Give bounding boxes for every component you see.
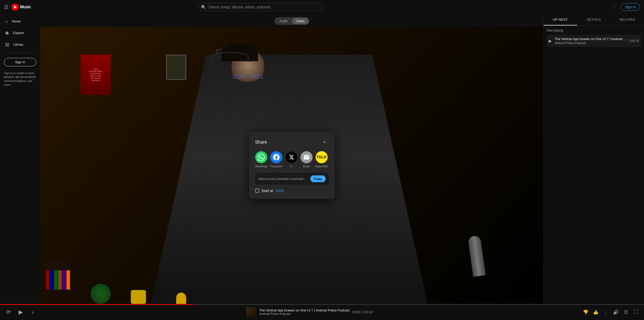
youtube-logo-icon (12, 4, 19, 11)
home-icon: ⌂ (5, 19, 8, 24)
search-input[interactable] (198, 3, 324, 11)
share-modal: Share × WhatsApp (249, 132, 335, 199)
bottom-right-controls: 👎 👍 ⋮ 🔊 ☰ ⛶ (582, 308, 640, 316)
library-icon: ▤ (5, 42, 9, 47)
sidebar-item-explore[interactable]: ◉ Explore (0, 27, 40, 38)
right-panel-content: Now playing ▶ The Vertical App Drawer on… (544, 26, 644, 304)
bottom-track-info: The Vertical App Drawer on One UI 7 | An… (41, 307, 578, 317)
track-play-button[interactable]: ▶ (549, 39, 552, 43)
kakao-label: KakaoTalk (315, 165, 328, 168)
bottom-time-display: 19:02 / 1:03:10 (353, 310, 373, 314)
share-modal-overlay: Share × WhatsApp (40, 27, 543, 304)
thumbs-up-button[interactable]: 👍 (592, 308, 600, 316)
search-bar: 🔍 (198, 3, 324, 11)
share-url-text: https://music.youtube.com/watch?v=e2MyjF… (258, 177, 308, 181)
email-label: Email (303, 165, 310, 168)
bottom-thumbnail (246, 307, 256, 317)
share-email[interactable]: Email (300, 151, 313, 168)
track-info: The Vertical App Drawer on One UI 7 | An… (555, 37, 626, 45)
progress-bar[interactable] (0, 304, 644, 305)
audio-toggle-btn[interactable]: Audio (275, 18, 291, 24)
more-options-button[interactable]: ⋮ (602, 308, 610, 316)
bottom-track-text: The Vertical App Drawer on One UI 7 | An… (259, 308, 349, 316)
nav-right: ⋮ Sign in (612, 3, 640, 11)
kakao-icon: TALK (316, 151, 328, 163)
x-label: X (290, 165, 292, 168)
share-x[interactable]: X (285, 151, 297, 168)
right-tabs: UP NEXT DETAILS RELATED (544, 14, 644, 26)
nav-left: ☰ Music (4, 4, 54, 11)
sidebar-sign-in-text: Sign in to create & share playlists, get… (0, 69, 40, 89)
lyrics-button[interactable]: ♪ (28, 308, 37, 317)
tab-related[interactable]: RELATED (611, 14, 644, 25)
sidebar-item-library[interactable]: ▤ Library (0, 39, 40, 50)
total-time: 1:03:10 (363, 310, 373, 314)
whatsapp-icon (255, 151, 267, 163)
start-at-checkbox[interactable] (255, 189, 259, 193)
queue-button[interactable]: ☰ (622, 308, 630, 316)
sidebar-item-label: Explore (13, 31, 24, 35)
current-time: 19:02 (353, 310, 360, 314)
share-modal-header: Share × (255, 138, 329, 146)
sidebar-sign-in-button[interactable]: Sign in (4, 58, 36, 66)
bottom-track-artist: Android Police Podcast (259, 312, 349, 316)
start-at-label: Start at (262, 189, 273, 193)
sidebar-item-label: Home (12, 19, 21, 23)
track-title: The Vertical App Drawer on One UI 7 | An… (555, 37, 626, 41)
facebook-icon (270, 151, 282, 163)
share-facebook[interactable]: Facebook (270, 151, 282, 168)
bottom-bar: ⟳ ▶ ♪ The Vertical App Drawer on One UI … (0, 304, 644, 320)
fullscreen-button[interactable]: ⛶ (632, 308, 640, 316)
center-content: Audio Video T.I.B.B.SEX BOB-OMB!!KATAYAN… (40, 14, 543, 304)
now-playing-label: Now playing (547, 29, 641, 32)
bottom-controls: ⟳ ▶ ♪ (4, 308, 37, 317)
whatsapp-label: WhatsApp (255, 165, 268, 168)
track-item: ▶ The Vertical App Drawer on One UI 7 | … (547, 35, 641, 47)
sign-in-button[interactable]: Sign in (621, 3, 640, 11)
email-icon (300, 151, 313, 163)
share-modal-title: Share (255, 140, 267, 145)
sidebar: ⌂ Home ◉ Explore ▤ Library Sign in Sign … (0, 14, 40, 304)
logo-area[interactable]: Music (12, 4, 31, 11)
sidebar-item-label: Library (13, 43, 23, 46)
track-artist: Android Police Podcast (555, 41, 626, 45)
explore-icon: ◉ (5, 30, 9, 36)
share-start-row: Start at 19:02 (255, 189, 329, 193)
main-layout: ⌂ Home ◉ Explore ▤ Library Sign in Sign … (0, 14, 644, 304)
share-close-button[interactable]: × (321, 138, 329, 146)
bottom-thumb-inner (246, 307, 256, 317)
video-toggle-btn[interactable]: Video (292, 18, 309, 24)
sidebar-divider (4, 53, 36, 53)
more-options-icon[interactable]: ⋮ (612, 4, 617, 10)
tab-details[interactable]: DETAILS (577, 14, 611, 25)
progress-fill (0, 304, 193, 305)
app-title: Music (20, 5, 31, 9)
tab-up-next[interactable]: UP NEXT (544, 14, 577, 25)
hamburger-icon[interactable]: ☰ (4, 4, 9, 10)
share-url-row: https://music.youtube.com/watch?v=e2MyjF… (255, 173, 329, 185)
facebook-label: Facebook (270, 165, 282, 168)
play-triangle-icon (14, 6, 17, 9)
top-nav: ☰ Music 🔍 ⋮ Sign in (0, 0, 644, 14)
search-icon: 🔍 (201, 5, 206, 10)
time-separator: / (361, 310, 363, 314)
audio-video-toggle: Audio Video (40, 14, 543, 27)
thumbs-down-button[interactable]: 👎 (582, 308, 590, 316)
start-at-time[interactable]: 19:02 (276, 189, 284, 193)
share-icons-row: WhatsApp Facebook (255, 151, 329, 168)
share-whatsapp[interactable]: WhatsApp (255, 151, 267, 168)
right-panel: UP NEXT DETAILS RELATED Now playing ▶ Th… (543, 14, 644, 304)
x-icon (285, 151, 297, 163)
bottom-track-title: The Vertical App Drawer on One UI 7 | An… (259, 308, 349, 312)
share-kakao[interactable]: TALK KakaoTalk (316, 151, 328, 168)
sidebar-item-home[interactable]: ⌂ Home (0, 16, 40, 26)
toggle-group: Audio Video (274, 17, 309, 25)
play-pause-button[interactable]: ▶ (16, 308, 25, 317)
copy-button[interactable]: Copy (310, 175, 326, 182)
volume-button[interactable]: 🔊 (612, 308, 620, 316)
shuffle-button[interactable]: ⟳ (4, 308, 13, 317)
video-container[interactable]: T.I.B.B.SEX BOB-OMB!!KATAYANAGIAMP VS AM… (40, 27, 543, 304)
track-duration: 1:03:10 (629, 39, 639, 43)
